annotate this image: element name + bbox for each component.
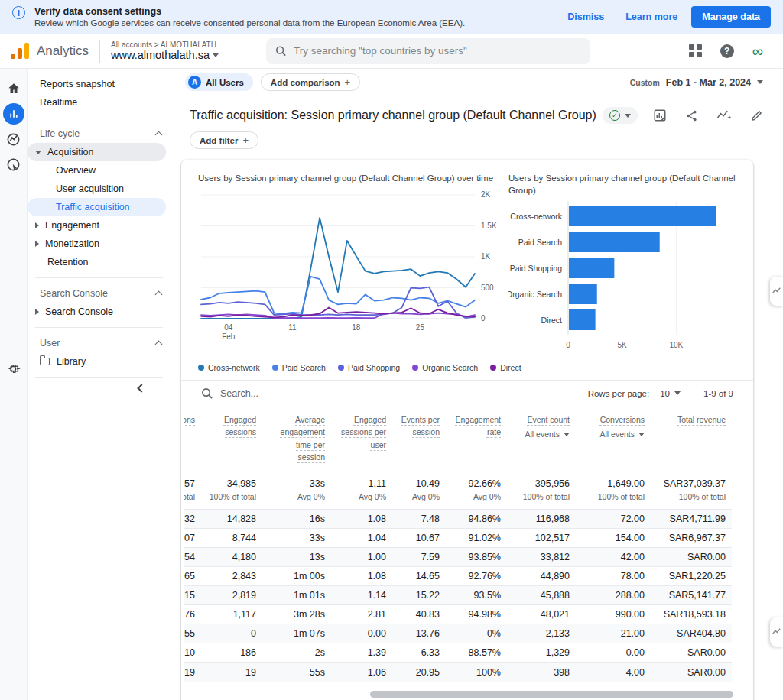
nav-reports-snapshot[interactable]: Reports snapshot — [28, 75, 174, 93]
table-cell: 20.95 — [392, 663, 446, 682]
table-row[interactable]: 1,1761,1173m 28s2.8140.8394.98%48,021990… — [184, 605, 732, 624]
table-row[interactable]: 9,6078,74433s1.0410.6791.02%102,517154.0… — [184, 529, 732, 548]
x-axis-tick: 18 — [352, 323, 361, 332]
legend-item[interactable]: Direct — [490, 363, 521, 372]
nav-monetization[interactable]: Monetization — [28, 235, 166, 253]
collapse-icon — [155, 131, 163, 139]
table-cell: 9,607 — [184, 529, 201, 548]
marketing-platform-icon[interactable]: ∞ — [752, 47, 763, 56]
edit-pencil-icon[interactable] — [750, 109, 763, 122]
table-cell: 10.67 — [392, 529, 446, 548]
nav-user-acquisition[interactable]: User acquisition — [28, 180, 166, 198]
column-header[interactable]: Total revenue — [651, 406, 732, 472]
nav-search-console[interactable]: Search Console — [28, 303, 166, 321]
report-card: Users by Session primary channel group (… — [181, 160, 753, 700]
global-search-input[interactable] — [294, 45, 581, 57]
advertising-nav-icon[interactable] — [3, 154, 24, 175]
column-header[interactable]: Event countAll events — [507, 406, 576, 472]
table-cell: 398 — [507, 663, 576, 682]
legend-item[interactable]: Paid Search — [272, 363, 326, 372]
table-cell: 116,968 — [507, 510, 576, 529]
add-comparison-chip[interactable]: Add comparison+ — [261, 73, 360, 91]
totals-cell: 1.11Avg 0% — [331, 472, 392, 510]
nav-realtime[interactable]: Realtime — [28, 93, 174, 112]
column-header[interactable]: Engaged sessions — [201, 406, 262, 472]
apps-grid-icon[interactable] — [689, 44, 702, 57]
nav-acquisition[interactable]: Acquisition — [28, 143, 166, 161]
legend-label: Paid Shopping — [348, 363, 400, 372]
legend-label: Organic Search — [422, 363, 478, 372]
all-users-chip[interactable]: A All Users — [185, 73, 253, 91]
admin-gear-icon[interactable] — [3, 358, 24, 379]
insights-icon[interactable] — [716, 109, 732, 122]
page-title: Traffic acquisition: Session primary cha… — [190, 109, 596, 122]
x-axis-tick: 11 — [288, 323, 297, 332]
table-cell: 19 — [184, 663, 201, 682]
section-search-console[interactable]: Search Console — [28, 284, 174, 303]
table-row[interactable]: 3,0652,8431m 00s1.0814.6592.76%44,89078.… — [184, 567, 732, 586]
account-switcher[interactable]: All accounts > ALMOTHALATH www.almothala… — [111, 41, 219, 61]
rows-per-page-select[interactable]: 10 — [660, 389, 681, 398]
legend-item[interactable]: Cross-network — [198, 363, 260, 372]
column-header[interactable]: ConversionsAll events — [576, 406, 651, 472]
table-cell: 8,744 — [201, 529, 262, 548]
column-header-label: Engaged sessions — [224, 415, 256, 436]
table-cell: 94.86% — [446, 510, 507, 529]
column-header[interactable]: Engaged sessions per user — [331, 406, 392, 472]
section-life-cycle[interactable]: Life cycle — [28, 125, 174, 143]
table-search[interactable] — [201, 387, 588, 399]
table-row[interactable]: 3,0152,8191m 01s1.1415.2293.5%45,888288.… — [184, 586, 732, 605]
manage-data-button[interactable]: Manage data — [691, 6, 771, 28]
table-row[interactable]: 2101862s1.396.3388.57%1,3290.00SAR0.00 — [184, 643, 732, 663]
divider — [35, 377, 163, 378]
horizontal-scrollbar[interactable] — [184, 691, 733, 698]
nav-retention[interactable]: Retention — [28, 253, 174, 271]
legend-item[interactable]: Paid Shopping — [338, 363, 400, 372]
collapse-sidebar-icon[interactable] — [137, 384, 145, 392]
table-row[interactable]: 191955s1.0620.95100%3984.00SAR0.00 — [184, 663, 732, 682]
add-filter-chip[interactable]: Add filter+ — [190, 131, 258, 149]
table-search-input[interactable] — [220, 388, 373, 399]
event-filter-dropdown[interactable]: All events — [513, 428, 570, 440]
global-search[interactable] — [266, 38, 590, 64]
column-header[interactable]: Events per session — [392, 406, 446, 472]
table-cell: 1m 00s — [262, 567, 331, 586]
table-cell: 88.57% — [446, 643, 507, 663]
totals-cell: 37,757100% of total — [184, 472, 201, 510]
chevron-down-icon — [757, 80, 763, 84]
explore-nav-icon[interactable] — [3, 128, 24, 150]
bar-chart: 05K10KCross-networkPaid SearchPaid Shopp… — [508, 199, 739, 354]
table-cell: 13.76 — [392, 624, 446, 643]
reports-nav-icon[interactable] — [3, 103, 24, 125]
dismiss-button[interactable]: Dismiss — [560, 7, 612, 27]
data-quality-pill[interactable]: ✓ — [603, 107, 638, 124]
event-filter-dropdown[interactable]: All events — [582, 428, 645, 440]
date-range-picker[interactable]: Custom Feb 1 - Mar 2, 2024 — [630, 77, 763, 88]
table-row[interactable]: 4,4544,18013s1.007.5993.85%33,81242.00SA… — [184, 548, 732, 567]
table-row[interactable]: 15501m 07s0.0013.760%2,13321.00SAR404.80 — [184, 624, 732, 643]
nav-traffic-acquisition[interactable]: Traffic acquisition — [28, 198, 166, 216]
column-header[interactable]: Average engagement time per session — [262, 406, 331, 472]
help-icon[interactable]: ? — [720, 44, 734, 58]
share-icon[interactable] — [685, 109, 698, 122]
nav-overview[interactable]: Overview — [28, 161, 166, 180]
totals-cell: 395,956100% of total — [507, 472, 576, 510]
scrollbar-thumb[interactable] — [370, 691, 733, 698]
learn-more-button[interactable]: Learn more — [618, 7, 685, 27]
section-user[interactable]: User — [28, 334, 174, 352]
legend-item[interactable]: Organic Search — [412, 363, 478, 372]
customize-report-icon[interactable] — [653, 109, 667, 122]
insights-panel-handle[interactable] — [770, 617, 783, 647]
home-nav-icon[interactable] — [3, 78, 24, 99]
table-cell: 6.33 — [392, 643, 446, 663]
insights-panel-handle[interactable] — [770, 277, 783, 306]
table-cell: 1,329 — [507, 643, 576, 663]
column-header[interactable]: Sessions — [184, 406, 201, 472]
legend-label: Cross-network — [208, 363, 260, 372]
table-cell: SAR0.00 — [651, 663, 732, 682]
search-icon — [275, 45, 286, 57]
nav-engagement[interactable]: Engagement — [28, 216, 166, 235]
table-row[interactable]: 15,63214,82816s1.087.4894.86%116,96872.0… — [184, 510, 732, 529]
column-header[interactable]: Engagement rate — [446, 406, 507, 472]
nav-library[interactable]: Library — [28, 352, 174, 371]
